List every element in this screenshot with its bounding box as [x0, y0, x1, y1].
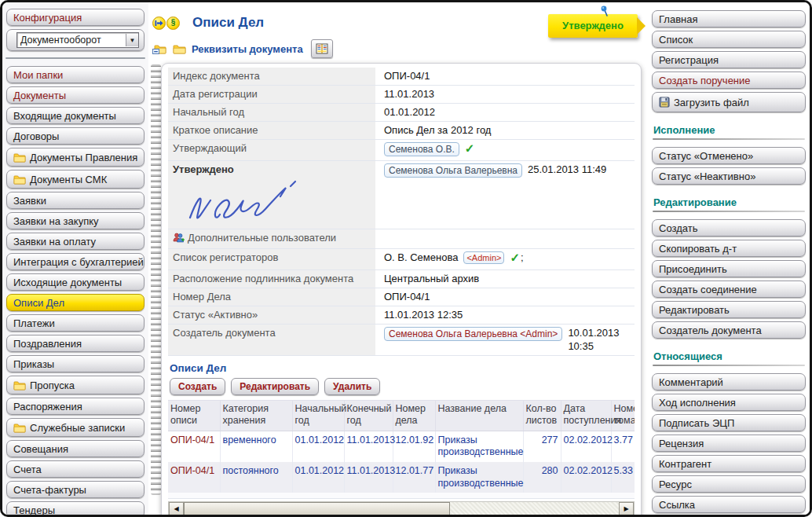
action-kommentarij[interactable]: Комментарий — [652, 373, 806, 390]
action-spisok[interactable]: Список — [652, 31, 806, 48]
sidebar-item-zayavki-na-zakupku[interactable]: Заявки на закупку — [6, 212, 144, 229]
field-label: Список регистраторов — [168, 249, 378, 270]
field-value: 11.01.2013 12:35 — [378, 306, 635, 324]
table-row[interactable]: ОПИ-04/1 временного 01.01.2012 11.01.201… — [168, 431, 635, 462]
sidebar-item-ishodyashchie-dokumenty[interactable]: Исходящие документы — [6, 273, 144, 291]
field-label: Индекс документа — [168, 68, 378, 85]
field-value: О. В. Семенова <Admin> ✓ ; — [378, 249, 635, 270]
field-row: Утверждающий Семенова О.В. ✓ — [168, 140, 635, 161]
cell: 3.77 — [611, 431, 635, 462]
grid-table-wrap: Номер описи Категория хранения Начальный… — [168, 400, 635, 493]
field-label: Дополнительные пользователи — [168, 229, 378, 248]
sidebar-item-zayavki[interactable]: Заявки — [6, 192, 144, 209]
sidebar-item-dokumenty-smk[interactable]: Документы СМК — [6, 170, 144, 189]
admin-badge[interactable]: <Admin> — [463, 251, 504, 264]
sidebar-item-moi-papki[interactable]: Мои папки — [6, 66, 144, 83]
chevron-down-icon[interactable]: ▼ — [126, 34, 138, 46]
table-row[interactable]: ОПИ-04/1 постоянного 01.01.2012 11.01.20… — [168, 462, 635, 493]
sidebar-item-platezhi[interactable]: Платежи — [6, 314, 144, 332]
approved-datetime: 25.01.2013 11:49 — [528, 163, 606, 177]
field-value: Семенова Ольга Валерьевна <Admin> 10.01.… — [378, 324, 635, 355]
left-sidebar: Конфигурация Документооборот ▼ Мои папки… — [2, 2, 148, 515]
delete-button[interactable]: Удалить — [324, 378, 380, 395]
person-link[interactable]: Семенова Ольга Валерьевна — [384, 163, 522, 178]
scroll-right-button[interactable]: ▶ — [619, 502, 634, 515]
sidebar-item-soveshchaniya[interactable]: Совещания — [6, 440, 144, 457]
cell: 11.01.2013 — [344, 462, 393, 493]
action-skopirovat-dt[interactable]: Скопировать д-т — [652, 240, 806, 257]
create-button[interactable]: Создать — [170, 378, 225, 395]
person-link[interactable]: Семенова О.В. — [384, 142, 459, 156]
sidebar-item-pozdravleniya[interactable]: Поздравления — [6, 335, 144, 352]
action-recenziya[interactable]: Рецензия — [652, 434, 806, 452]
cell: Приказы производственные — [435, 462, 523, 493]
action-prisoedinit[interactable]: Присоединить — [652, 260, 806, 277]
table-filler-row — [168, 493, 635, 499]
action-ssylka[interactable]: Ссылка — [652, 496, 806, 513]
config-select[interactable]: Документооборот ▼ — [16, 32, 139, 48]
action-status-neaktivno[interactable]: Статус «Неактивно» — [652, 167, 806, 185]
cell: постоянного — [220, 462, 292, 493]
check-icon: ✓ — [510, 251, 520, 263]
check-icon: ✓ — [465, 142, 475, 154]
scroll-left-button[interactable]: ◀ — [169, 502, 184, 515]
scrollbar-track[interactable] — [450, 502, 619, 515]
col-header: Дата поступления — [561, 400, 611, 431]
field-value: 01.01.2012 — [378, 104, 635, 121]
action-glavnaya[interactable]: Главная — [652, 10, 806, 28]
col-header: Номер описи — [168, 400, 220, 431]
action-kontragent[interactable]: Контрагент — [652, 455, 806, 472]
sidebar-item-integraciya-s-buhgalteriej[interactable]: Интеграция с бухгалтерией — [6, 253, 144, 270]
field-row: Статус «Активно» 11.01.2013 12:35 — [168, 306, 635, 324]
action-podpisat-ecp[interactable]: Подписать ЭЦП — [652, 414, 806, 431]
sidebar-item-prikazy[interactable]: Приказы — [6, 355, 144, 372]
col-header: Название дела — [435, 400, 523, 431]
scrollbar-thumb[interactable] — [184, 502, 450, 515]
sidebar-item-propuska[interactable]: Пропуска — [6, 376, 144, 394]
action-sozdat-poruchenie[interactable]: Создать поручение — [652, 72, 806, 89]
spiral-binding — [151, 64, 161, 495]
sidebar-item-opisi-del[interactable]: Описи Дел — [6, 294, 144, 311]
horizontal-scrollbar[interactable]: ◀ ▶ — [168, 501, 635, 516]
field-row: Список регистраторов О. В. Семенова <Adm… — [168, 249, 635, 270]
edit-button[interactable]: Редактировать — [231, 378, 319, 395]
action-status-otmeneno[interactable]: Статус «Отменено» — [652, 147, 806, 164]
sidebar-item-vhodyashchie-dokumenty[interactable]: Входящие документы — [6, 107, 144, 124]
page-header: § Описи Дел Утверждено — [151, 10, 644, 35]
folder-icon — [13, 380, 26, 390]
config-select-row: Документооборот ▼ — [6, 29, 144, 51]
sidebar-item-dokumenty[interactable]: Документы — [6, 86, 144, 104]
cell: 277 — [523, 431, 561, 462]
sidebar-item-tendery[interactable]: Тендеры — [6, 501, 144, 517]
action-sozdatel-dokumenta[interactable]: Создатель документа — [652, 321, 806, 339]
col-header: Кол-во листов — [523, 400, 561, 431]
sidebar-item-rasporyazheniya[interactable]: Распоряжения — [6, 398, 144, 415]
cell: 12.01.77 — [393, 462, 435, 493]
col-header: Начальный год — [292, 400, 344, 431]
registrar-name: О. В. Семенова — [384, 251, 458, 265]
action-hod-ispolneniya[interactable]: Ход исполнения — [652, 394, 806, 411]
sidebar-item-scheta[interactable]: Счета — [6, 460, 144, 478]
pin-icon — [600, 6, 609, 19]
action-redaktirovat[interactable]: Редактировать — [652, 301, 806, 318]
cell: 02.02.2012 — [561, 462, 611, 493]
sidebar-item-sluzhebnye-zapiski[interactable]: Служебные записки — [6, 418, 144, 437]
action-registraciya[interactable]: Регистрация — [652, 51, 806, 68]
person-link[interactable]: Семенова Ольга Валерьевна <Admin> — [384, 327, 562, 341]
suffix: ; — [521, 251, 524, 265]
config-header[interactable]: Конфигурация — [6, 9, 144, 26]
cell: 280 — [523, 462, 561, 493]
action-resurs[interactable]: Ресурс — [652, 475, 806, 493]
action-zagruzit-fajl[interactable]: Загрузить файл — [652, 92, 806, 112]
action-sozdat-soedinenie[interactable]: Создать соединение — [652, 280, 806, 298]
action-sozdat[interactable]: Создать — [652, 219, 806, 236]
sidebar-item-dogovory[interactable]: Договоры — [6, 127, 144, 145]
sidebar-item-zayavki-na-oplatu[interactable]: Заявки на оплату — [6, 233, 144, 250]
sidebar-item-scheta-faktury[interactable]: Счета-фактуры — [6, 481, 144, 498]
book-button[interactable] — [311, 39, 333, 58]
sidebar-item-dokumenty-pravleniya[interactable]: Документы Правления — [6, 148, 144, 167]
folder-collapse-icon[interactable] — [152, 43, 167, 55]
page-title: Описи Дел — [192, 15, 264, 31]
app-window: Конфигурация Документооборот ▼ Мои папки… — [0, 0, 812, 517]
field-label: Номер Дела — [168, 288, 378, 306]
